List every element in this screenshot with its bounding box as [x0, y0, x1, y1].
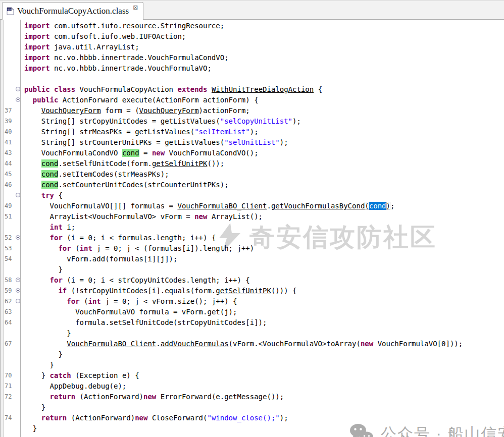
editor-tab[interactable]: 010 VouchFormulaCopyAction.class ⊠	[2, 2, 143, 20]
code-line[interactable]: 72 return (ActionForward)new ErrorForwar…	[0, 392, 504, 402]
tab-title: VouchFormulaCopyAction.class	[17, 6, 129, 16]
fold-spacer	[16, 137, 22, 148]
line-number: 59	[5, 286, 16, 296]
line-number: 63	[5, 307, 16, 317]
code-line[interactable]: }	[0, 423, 504, 434]
code-line[interactable]: public ActionForward execute(ActionForm …	[0, 95, 504, 105]
line-number	[5, 21, 16, 31]
fold-spacer	[16, 21, 22, 31]
fold-spacer	[16, 413, 22, 423]
fold-collapse-icon[interactable]	[16, 296, 22, 307]
fold-collapse-icon[interactable]	[16, 190, 22, 201]
code-line[interactable]: 58 for (i = 0; i < strCopyUnitCodes.leng…	[0, 275, 504, 286]
code-line[interactable]: }	[0, 349, 504, 360]
code-line[interactable]: import nc.vo.hbbb.innertrade.VouchFormul…	[0, 52, 504, 63]
code-text: String[] strCopyUnitCodes = getListValue…	[22, 116, 301, 127]
line-number: 70	[5, 370, 16, 381]
code-line[interactable]: import com.ufsoft.iufo.resource.StringRe…	[0, 21, 504, 31]
line-number: 51	[5, 211, 16, 222]
fold-spacer	[16, 180, 22, 190]
line-number: 74	[5, 413, 16, 423]
code-line[interactable]: 37 VouchQueryForm form = (VouchQueryForm…	[0, 105, 504, 116]
code-line[interactable]: 46 cond.setCounterUnitCodes(strCounterUn…	[0, 180, 504, 190]
fold-spacer	[16, 423, 22, 434]
code-line[interactable]: 40 String[] strMeasPKs = getListValues("…	[0, 127, 504, 137]
code-line[interactable]: }	[0, 328, 504, 339]
code-text: return (ActionForward)new CloseForward("…	[22, 413, 288, 423]
code-line[interactable]: }	[0, 264, 504, 275]
code-line[interactable]: 71 AppDebug.debug(e);	[0, 381, 504, 392]
code-text: int i;	[22, 222, 75, 233]
line-number: 40	[5, 127, 16, 137]
code-line[interactable]: 59 if (!strCopyUnitCodes[i].equals(form.…	[0, 286, 504, 296]
line-number	[5, 423, 16, 434]
code-text: String[] strCounterUnitPKs = getListValu…	[22, 137, 288, 148]
code-line[interactable]: 45 cond.setItemCodes(strMeasPKs);	[0, 169, 504, 180]
fold-collapse-icon[interactable]	[16, 233, 22, 243]
fold-spacer	[16, 370, 22, 381]
code-line[interactable]	[0, 74, 504, 84]
code-editor[interactable]: import com.ufsoft.iufo.resource.StringRe…	[0, 20, 504, 437]
editor-tab-bar: 010 VouchFormulaCopyAction.class ⊠	[0, 1, 504, 20]
code-text: for (i = 0; i < strCopyUnitCodes.length;…	[22, 275, 250, 286]
fold-spacer	[16, 116, 22, 127]
code-line[interactable]: 62 for (int j = 0; j < vForm.size(); j++…	[0, 296, 504, 307]
fold-spacer	[16, 243, 22, 254]
code-line[interactable]: 49 VouchFormulaVO[][] formulas = VouchFo…	[0, 201, 504, 211]
code-line[interactable]: int i;	[0, 222, 504, 233]
code-text: public ActionForward execute(ActionForm …	[22, 95, 259, 105]
line-number: 46	[5, 180, 16, 190]
code-line[interactable]: 39 String[] strCopyUnitCodes = getListVa…	[0, 116, 504, 127]
code-line[interactable]: try {	[0, 190, 504, 201]
code-line[interactable]: 74 return (ActionForward)new CloseForwar…	[0, 413, 504, 423]
code-text: VouchFormulaBO_Client.addVouchFormulas(v…	[22, 339, 463, 349]
close-icon[interactable]: ⊠	[133, 4, 138, 11]
line-number	[5, 63, 16, 74]
line-number: 45	[5, 169, 16, 180]
fold-spacer	[16, 52, 22, 63]
code-text: vForm.add(formulas[i][j]);	[22, 254, 177, 264]
code-line[interactable]: 41 String[] strCounterUnitPKs = getListV…	[0, 137, 504, 148]
line-number: 37	[5, 105, 16, 116]
code-line[interactable]: 54 vForm.add(formulas[i][j]);	[0, 254, 504, 264]
code-line[interactable]: 43 VouchFormulaCondVO cond = new VouchFo…	[0, 148, 504, 158]
code-text: }	[22, 349, 63, 360]
line-number: 62	[5, 296, 16, 307]
code-line[interactable]: import com.ufsoft.iufo.web.IUFOAction;	[0, 31, 504, 42]
code-line[interactable]: 44 cond.setSelfUnitCode(form.getSelfUnit…	[0, 158, 504, 169]
code-line[interactable]: }	[0, 402, 504, 413]
fold-collapse-icon[interactable]	[16, 286, 22, 296]
fold-spacer	[16, 158, 22, 169]
line-number: 71	[5, 381, 16, 392]
line-number	[5, 349, 16, 360]
code-text: if (!strCopyUnitCodes[i].equals(form.get…	[22, 286, 296, 296]
svg-text:010: 010	[8, 9, 12, 11]
code-line[interactable]: public class VouchFormulaCopyAction exte…	[0, 84, 504, 95]
code-text: return (ActionForward)new ErrorForward(e…	[22, 392, 284, 402]
code-line[interactable]: 64 formula.setSelfUnitCode(strCopyUnitCo…	[0, 317, 504, 328]
fold-collapse-icon[interactable]	[16, 84, 22, 95]
fold-spacer	[16, 169, 22, 180]
fold-spacer	[16, 349, 22, 360]
line-number: 49	[5, 201, 16, 211]
code-line[interactable]: 52 for (i = 0; i < formulas.length; i++)…	[0, 233, 504, 243]
code-line[interactable]: 70 } catch (Exception e) {	[0, 370, 504, 381]
code-text: }	[22, 328, 71, 339]
line-number: 41	[5, 137, 16, 148]
code-line[interactable]: 67 VouchFormulaBO_Client.addVouchFormula…	[0, 339, 504, 349]
fold-spacer	[16, 105, 22, 116]
fold-spacer	[16, 264, 22, 275]
code-line[interactable]: 51 ArrayList<VouchFormulaVO> vForm = new…	[0, 211, 504, 222]
code-line[interactable]: 63 VouchFormulaVO formula = vForm.get(j)…	[0, 307, 504, 317]
fold-collapse-icon[interactable]	[16, 95, 22, 105]
line-number	[5, 360, 16, 370]
code-line[interactable]: import nc.vo.hbbb.innertrade.VouchFormul…	[0, 63, 504, 74]
line-number	[5, 52, 16, 63]
code-line[interactable]: 53 for (int j = 0; j < (formulas[i]).len…	[0, 243, 504, 254]
code-line[interactable]: }	[0, 360, 504, 370]
decompiled-class-editor-window: 010 VouchFormulaCopyAction.class ⊠ impor…	[0, 0, 504, 437]
fold-spacer	[16, 201, 22, 211]
fold-collapse-icon[interactable]	[16, 275, 22, 286]
code-line[interactable]: import java.util.ArrayList;	[0, 42, 504, 52]
line-number: 54	[5, 254, 16, 264]
